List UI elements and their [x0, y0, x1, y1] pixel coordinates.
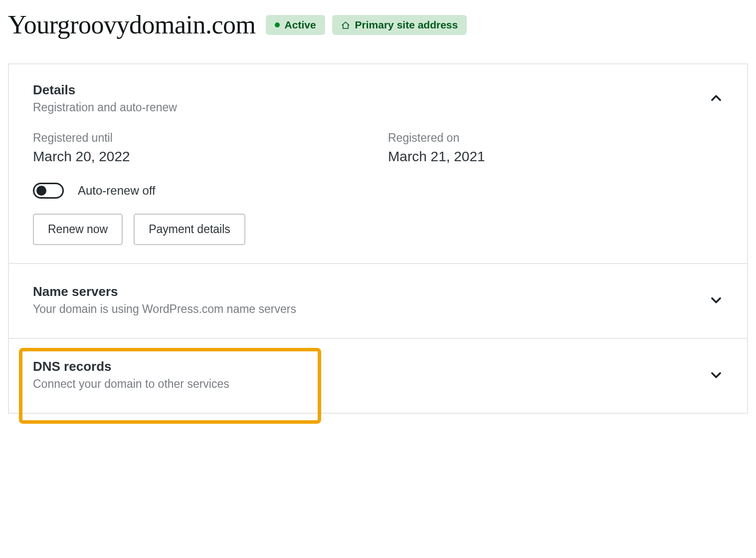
dns-records-header[interactable]: DNS records Connect your domain to other…: [33, 359, 723, 391]
settings-panel: Details Registration and auto-renew Regi…: [8, 63, 748, 414]
dns-records-title: DNS records: [33, 359, 229, 374]
dns-records-subtitle: Connect your domain to other services: [33, 377, 229, 391]
chevron-up-icon: [709, 91, 723, 105]
renew-now-button[interactable]: Renew now: [33, 214, 123, 245]
name-servers-header-text: Name servers Your domain is using WordPr…: [33, 284, 296, 316]
details-button-row: Renew now Payment details: [33, 214, 723, 245]
registered-on-label: Registered on: [388, 131, 723, 145]
active-badge-label: Active: [285, 19, 316, 31]
badge-group: Active Primary site address: [266, 15, 467, 35]
details-title: Details: [33, 82, 177, 98]
primary-badge-label: Primary site address: [355, 19, 458, 31]
details-section: Details Registration and auto-renew Regi…: [9, 64, 747, 264]
details-body: Registered until March 20, 2022 Register…: [33, 131, 723, 245]
name-servers-subtitle: Your domain is using WordPress.com name …: [33, 302, 296, 316]
details-grid: Registered until March 20, 2022 Register…: [33, 131, 723, 165]
registered-until-value: March 20, 2022: [33, 149, 368, 165]
dns-records-header-text: DNS records Connect your domain to other…: [33, 359, 229, 391]
auto-renew-label: Auto-renew off: [78, 184, 156, 198]
auto-renew-row: Auto-renew off: [33, 183, 723, 199]
details-header[interactable]: Details Registration and auto-renew: [33, 82, 723, 114]
payment-details-button[interactable]: Payment details: [134, 214, 245, 245]
domain-title: Yourgroovydomain.com: [8, 10, 256, 39]
registered-until-label: Registered until: [33, 131, 368, 145]
registered-on-field: Registered on March 21, 2021: [388, 131, 723, 165]
toggle-knob: [36, 186, 46, 196]
active-badge: Active: [266, 15, 325, 35]
primary-address-badge: Primary site address: [332, 15, 467, 35]
domain-header: Yourgroovydomain.com Active Primary site…: [8, 10, 748, 39]
status-dot-icon: [275, 22, 280, 27]
dns-records-section: DNS records Connect your domain to other…: [9, 339, 747, 413]
chevron-down-icon: [709, 293, 723, 307]
registered-until-field: Registered until March 20, 2022: [33, 131, 368, 165]
registered-on-value: March 21, 2021: [388, 149, 723, 165]
name-servers-section: Name servers Your domain is using WordPr…: [9, 264, 747, 339]
home-icon: [341, 20, 350, 29]
auto-renew-toggle[interactable]: [33, 183, 64, 199]
chevron-down-icon: [709, 368, 723, 382]
name-servers-title: Name servers: [33, 284, 296, 299]
name-servers-header[interactable]: Name servers Your domain is using WordPr…: [33, 284, 723, 316]
details-header-text: Details Registration and auto-renew: [33, 82, 177, 114]
details-subtitle: Registration and auto-renew: [33, 101, 177, 114]
